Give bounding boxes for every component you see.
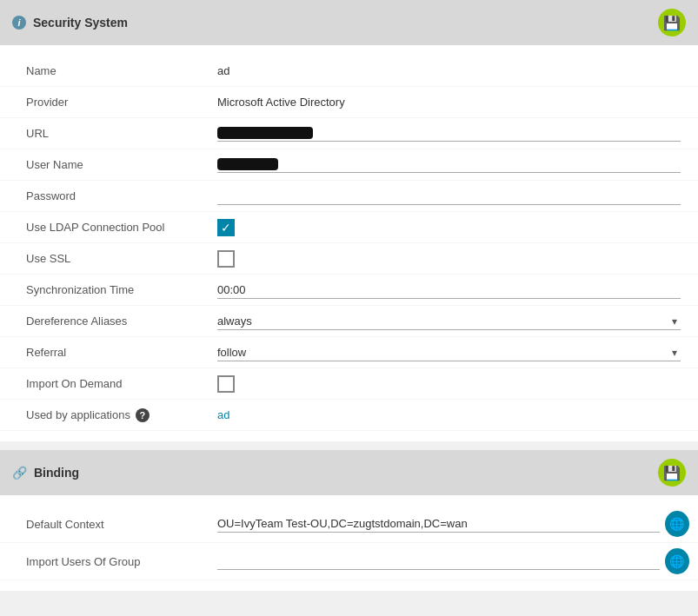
import-demand-check[interactable] (217, 375, 235, 393)
deref-select-wrapper: always never searching finding ▾ (217, 313, 681, 330)
deref-row: Dereference Aliases always never searchi… (0, 306, 698, 337)
username-label: User Name (26, 158, 217, 171)
default-context-globe-button[interactable]: 🌐 (665, 511, 689, 537)
used-by-label: Used by applications (26, 408, 130, 421)
used-by-label-row: Used by applications ? (26, 408, 217, 422)
deref-select[interactable]: always never searching finding (217, 313, 681, 330)
section-gap (0, 441, 698, 450)
default-context-row: Default Context 🌐 (0, 506, 698, 543)
name-label: Name (26, 64, 217, 77)
ssl-row: Use SSL (0, 243, 698, 275)
link-icon: 🔗 (12, 466, 27, 480)
password-label: Password (26, 189, 217, 202)
used-by-label-container: Used by applications ? (26, 408, 217, 422)
import-demand-row: Import On Demand (0, 368, 698, 400)
referral-select-wrapper: follow ignore throw ▾ (217, 344, 681, 361)
ssl-label: Use SSL (26, 252, 217, 265)
security-system-body: Name ad Provider Microsoft Active Direct… (0, 45, 698, 441)
name-row: Name ad (0, 56, 698, 87)
import-demand-label: Import On Demand (26, 377, 217, 390)
password-row: Password (0, 181, 698, 212)
default-context-label: Default Context (26, 518, 217, 531)
used-by-row: Used by applications ? ad (0, 400, 698, 431)
default-context-input[interactable] (217, 515, 660, 533)
username-row: User Name (0, 149, 698, 181)
import-users-label: Import Users Of Group (26, 555, 217, 568)
ldap-pool-check[interactable]: ✓ (217, 219, 235, 236)
referral-select[interactable]: follow ignore throw (217, 344, 681, 361)
ldap-pool-checkbox: ✓ (217, 219, 681, 236)
referral-dropdown: follow ignore throw ▾ (217, 344, 681, 361)
import-users-input[interactable] (217, 553, 660, 570)
import-demand-checkbox (217, 375, 681, 393)
ldap-pool-label: Use LDAP Connection Pool (26, 221, 217, 234)
binding-save-button[interactable]: 💾 (658, 459, 686, 487)
binding-header: 🔗 Binding 💾 (0, 450, 698, 495)
binding-header-left: 🔗 Binding (12, 466, 79, 480)
password-input[interactable] (217, 188, 681, 205)
provider-row: Provider Microsoft Active Directory (0, 87, 698, 118)
password-field (217, 188, 681, 205)
security-save-button[interactable]: 💾 (658, 9, 686, 36)
ldap-pool-row: Use LDAP Connection Pool ✓ (0, 212, 698, 243)
info-icon: i (12, 16, 26, 30)
binding-title: Binding (34, 466, 79, 480)
username-redacted (217, 158, 278, 170)
import-users-value-container: 🌐 (217, 548, 689, 574)
import-users-row: Import Users Of Group 🌐 (0, 543, 698, 580)
referral-label: Referral (26, 346, 217, 359)
sync-time-label: Synchronization Time (26, 283, 217, 296)
ssl-checkbox (217, 250, 681, 268)
used-by-link[interactable]: ad (217, 408, 229, 421)
url-value (217, 125, 681, 142)
deref-label: Dereference Aliases (26, 315, 217, 328)
sync-time-row: Synchronization Time (0, 275, 698, 306)
binding-body: Default Context 🌐 Import Users Of Group … (0, 495, 698, 591)
sync-time-value (217, 282, 681, 299)
help-icon[interactable]: ? (136, 408, 150, 422)
referral-row: Referral follow ignore throw ▾ (0, 337, 698, 368)
url-row: URL (0, 118, 698, 149)
default-context-value-container: 🌐 (217, 511, 689, 537)
sync-time-input[interactable] (217, 282, 681, 299)
import-users-globe-button[interactable]: 🌐 (665, 548, 689, 574)
security-system-title: Security System (33, 16, 128, 30)
security-system-header: i Security System 💾 (0, 0, 698, 45)
url-redacted (217, 127, 313, 139)
deref-dropdown: always never searching finding ▾ (217, 313, 681, 330)
ssl-check[interactable] (217, 250, 235, 268)
name-value: ad (217, 64, 681, 77)
provider-label: Provider (26, 96, 217, 109)
username-value (217, 156, 681, 173)
header-left: i Security System (12, 16, 128, 30)
url-label: URL (26, 127, 217, 140)
provider-value: Microsoft Active Directory (217, 96, 681, 109)
used-by-value: ad (217, 408, 681, 421)
